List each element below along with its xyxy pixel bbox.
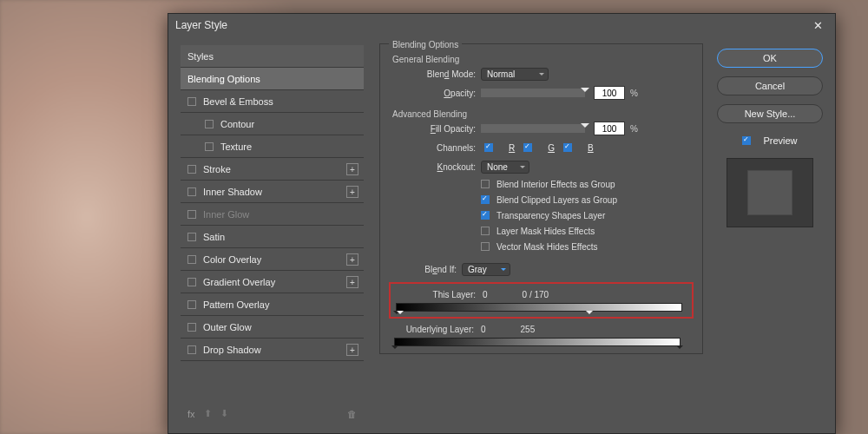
add-effect-icon[interactable]: +: [346, 163, 358, 175]
trash-icon[interactable]: 🗑: [347, 409, 357, 419]
fx-menu-icon[interactable]: fx: [187, 409, 195, 419]
this-layer-label: This Layer:: [396, 290, 476, 299]
style-item-gradient-overlay[interactable]: Gradient Overlay+: [181, 271, 364, 293]
preview-checkbox[interactable]: [742, 136, 751, 145]
this-white-split-left[interactable]: [397, 311, 404, 318]
blend-mode-select[interactable]: Normal: [481, 68, 549, 81]
style-item-inner-glow[interactable]: Inner Glow: [181, 203, 364, 226]
arrow-up-icon[interactable]: ⬆: [204, 408, 212, 419]
fill-opacity-label: Fill Opacity:: [389, 124, 476, 134]
options-panel: Blending Options General Blending Blend …: [364, 36, 713, 433]
style-item-label: Contour: [220, 119, 254, 129]
style-item-contour[interactable]: Contour: [181, 113, 364, 135]
this-white-split-right[interactable]: [586, 311, 593, 318]
knockout-label: Knockout:: [389, 162, 476, 172]
style-item-label: Inner Glow: [203, 209, 249, 220]
style-item-pattern-overlay[interactable]: Pattern Overlay: [181, 293, 364, 316]
knockout-select[interactable]: None: [481, 161, 529, 174]
channel-b-checkbox[interactable]: [563, 143, 572, 152]
styles-header[interactable]: Styles: [181, 45, 364, 68]
add-effect-icon[interactable]: +: [346, 344, 358, 356]
advanced-blending-legend: Advanced Blending: [389, 109, 694, 119]
cancel-button[interactable]: Cancel: [717, 76, 823, 95]
opacity-slider[interactable]: [481, 89, 585, 97]
blend-interior-checkbox[interactable]: [481, 180, 490, 188]
style-item-outer-glow[interactable]: Outer Glow: [181, 316, 364, 339]
under-white-handle[interactable]: [676, 345, 683, 352]
fill-opacity-input[interactable]: 100: [594, 122, 625, 135]
style-item-stroke[interactable]: Stroke+: [181, 158, 364, 181]
style-item-label: Texture: [220, 141, 252, 152]
style-checkbox[interactable]: [187, 323, 196, 332]
style-checkbox[interactable]: [187, 97, 196, 106]
dialog-title: Layer Style: [175, 19, 808, 31]
style-item-color-overlay[interactable]: Color Overlay+: [181, 248, 364, 271]
blend-if-this-layer-group: This Layer: 00 / 170: [389, 282, 694, 319]
style-item-satin[interactable]: Satin: [181, 226, 364, 248]
underlying-layer-label: Underlying Layer:: [394, 325, 474, 334]
style-item-label: Satin: [203, 232, 225, 242]
style-checkbox[interactable]: [187, 165, 196, 174]
style-item-label: Blending Options: [187, 74, 260, 84]
style-item-label: Stroke: [203, 164, 231, 174]
vector-mask-hides-checkbox[interactable]: [481, 242, 490, 251]
style-checkbox[interactable]: [187, 233, 196, 241]
style-item-label: Gradient Overlay: [203, 277, 275, 287]
channel-r-checkbox[interactable]: [484, 143, 493, 152]
layer-style-dialog: Layer Style ✕ StylesBlending OptionsBeve…: [168, 13, 836, 434]
style-checkbox[interactable]: [187, 255, 196, 264]
style-checkbox[interactable]: [187, 300, 196, 309]
style-item-inner-shadow[interactable]: Inner Shadow+: [181, 181, 364, 203]
style-item-label: Color Overlay: [203, 254, 261, 265]
add-effect-icon[interactable]: +: [346, 253, 358, 266]
general-blending-legend: General Blending: [389, 55, 694, 64]
underlying-gradient[interactable]: [394, 338, 681, 346]
add-effect-icon[interactable]: +: [346, 276, 358, 288]
blend-mode-label: Blend Mode:: [389, 69, 476, 79]
titlebar[interactable]: Layer Style ✕: [168, 14, 835, 36]
fill-opacity-slider[interactable]: [481, 124, 585, 133]
under-black-handle[interactable]: [391, 345, 398, 352]
preview-label: Preview: [763, 135, 797, 146]
style-item-label: Bevel & Emboss: [203, 96, 273, 107]
channel-g-checkbox[interactable]: [523, 143, 532, 152]
style-checkbox[interactable]: [205, 142, 214, 151]
opacity-input[interactable]: 100: [594, 86, 625, 100]
style-checkbox[interactable]: [205, 120, 214, 128]
layer-mask-hides-checkbox[interactable]: [481, 227, 490, 235]
style-checkbox[interactable]: [187, 210, 196, 219]
opacity-pct: %: [630, 89, 638, 98]
transparency-shapes-checkbox[interactable]: [481, 211, 490, 220]
panel-title: Blending Options: [389, 40, 462, 49]
style-checkbox[interactable]: [187, 187, 196, 196]
dialog-buttons: OK Cancel New Style... Preview: [713, 36, 835, 433]
sidebar-footer: fx ⬆ ⬇ 🗑: [181, 403, 364, 424]
preview-swatch: [727, 158, 813, 227]
style-item-bevel-emboss[interactable]: Bevel & Emboss: [181, 90, 364, 113]
opacity-label: Opacity:: [389, 89, 476, 98]
this-layer-gradient[interactable]: [396, 303, 682, 312]
new-style-button[interactable]: New Style...: [717, 104, 823, 123]
style-item-label: Pattern Overlay: [203, 299, 269, 310]
arrow-down-icon[interactable]: ⬇: [220, 408, 228, 419]
style-item-label: Outer Glow: [203, 322, 252, 332]
close-icon[interactable]: ✕: [808, 17, 828, 34]
style-item-drop-shadow[interactable]: Drop Shadow+: [181, 339, 364, 361]
blend-clipped-checkbox[interactable]: [481, 195, 490, 204]
channels-label: Channels:: [389, 143, 476, 153]
style-item-blending-options[interactable]: Blending Options: [181, 68, 364, 90]
style-checkbox[interactable]: [187, 345, 196, 354]
style-checkbox[interactable]: [187, 278, 196, 286]
blend-if-select[interactable]: Gray: [462, 263, 510, 276]
styles-sidebar: StylesBlending OptionsBevel & EmbossCont…: [168, 36, 364, 433]
style-item-label: Inner Shadow: [203, 187, 262, 197]
ok-button[interactable]: OK: [717, 49, 823, 68]
add-effect-icon[interactable]: +: [346, 186, 358, 198]
style-item-label: Drop Shadow: [203, 345, 261, 355]
blend-if-label: Blend If:: [389, 265, 457, 274]
style-item-texture[interactable]: Texture: [181, 135, 364, 158]
